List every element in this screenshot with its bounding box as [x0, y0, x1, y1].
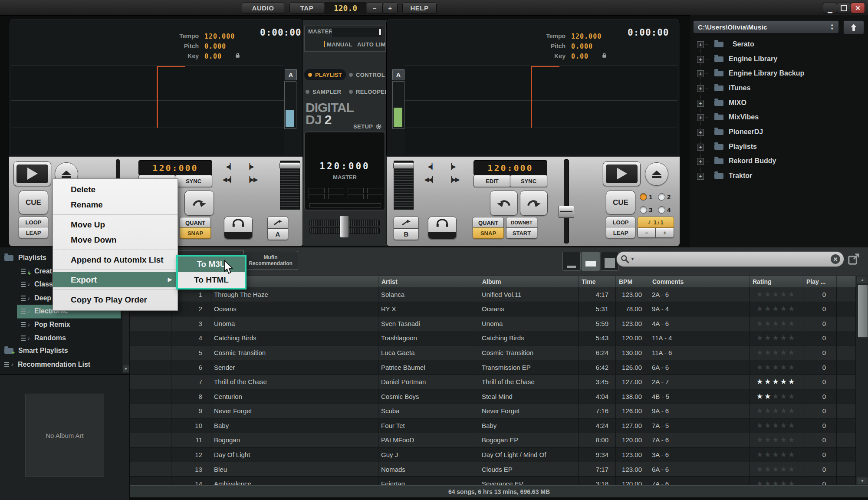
quant-button[interactable]: QUANT	[473, 217, 504, 228]
detach-browser-button[interactable]	[847, 253, 860, 266]
rating-stars[interactable]: ★★★★★	[756, 465, 796, 474]
menu-item-append-to-automix-list[interactable]: Append to Automix List	[53, 252, 178, 267]
folder-item-engine-library-backup[interactable]: Engine Library Backup	[714, 67, 804, 79]
cue-button[interactable]: CUE	[19, 191, 48, 214]
rating-stars[interactable]: ★★★★★	[756, 363, 796, 372]
hotcue-radio-2[interactable]: 2	[658, 193, 671, 201]
tab-playlist[interactable]: PLAYLIST	[304, 69, 346, 80]
seek-fwd-icon[interactable]: ▕▶▶	[246, 176, 257, 183]
tempo-minus-button[interactable]: −	[367, 2, 383, 14]
table-row[interactable]: 4Catching BirdsTrashlagoonCatching Birds…	[130, 331, 856, 346]
folder-item-playlists[interactable]: Playlists	[714, 141, 757, 153]
hotcue-radio-3[interactable]: 3	[640, 206, 652, 214]
volume-fader-right[interactable]	[394, 161, 414, 210]
table-row[interactable]: 6SenderPatrice BäumelTransmission EP6:42…	[130, 360, 856, 375]
table-row[interactable]: 11BogoganPALMFooDBogogan EP8:00120.007A …	[130, 433, 856, 448]
start-button[interactable]: START	[506, 227, 537, 239]
audio-button[interactable]: AUDIO	[242, 2, 284, 14]
folder-item-engine-library[interactable]: Engine Library	[714, 53, 777, 65]
table-scrollbar[interactable]: ▲ ▼	[856, 276, 868, 485]
loop-out-button[interactable]	[184, 191, 214, 216]
column-header-album[interactable]: Album	[479, 276, 579, 288]
seek-back-icon[interactable]: ◀◀▏	[424, 176, 436, 183]
rating-stars[interactable]: ★★★★★	[756, 450, 796, 459]
auto-label[interactable]: AUTO	[357, 41, 374, 48]
table-row[interactable]: 7Thrill of the ChaseDaniel PortmanThrill…	[130, 375, 856, 389]
tab-relooper[interactable]: RELOOPER	[349, 86, 389, 97]
tab-mufin-recommendation[interactable]: Mufin Recommendation	[243, 251, 298, 270]
hotcue-radio-4[interactable]: 4	[658, 206, 671, 214]
table-row[interactable]: 12Day Of LightGuy JDay Of Light / Mind O…	[130, 447, 856, 462]
rating-stars[interactable]: ★★★★★	[756, 348, 796, 357]
maximize-button[interactable]	[837, 3, 851, 13]
cue-button[interactable]: CUE	[606, 191, 635, 214]
hotcue-radio-1[interactable]: 1	[640, 193, 652, 201]
loop-in-button[interactable]	[490, 191, 518, 216]
sync-button[interactable]: SYNC	[510, 175, 547, 187]
row-density-large-button[interactable]	[601, 252, 619, 271]
column-header-artist[interactable]: Artist	[378, 276, 479, 288]
sidebar-item-randoms[interactable]: ♪Randoms	[0, 332, 142, 345]
table-row[interactable]: 1Through The HazeSolancaUnified Vol.114:…	[130, 287, 856, 302]
rating-stars[interactable]: ★★★★★	[756, 333, 796, 342]
snap-button[interactable]: SNAP	[473, 227, 504, 239]
manual-label[interactable]: MANUAL	[327, 41, 352, 48]
loop-button[interactable]: LOOP	[606, 217, 635, 228]
submenu-item-to-html[interactable]: To HTML	[178, 272, 245, 288]
nudge-fwd-icon[interactable]: ▕▶	[246, 163, 253, 170]
rating-stars[interactable]: ★★★★★	[756, 435, 796, 444]
table-scrollbar-thumb[interactable]	[858, 285, 868, 338]
table-row[interactable]: 5Cosmic TransitionLuca GaetaCosmic Trans…	[130, 345, 856, 360]
sidebar-item-smart-playlists[interactable]: +Smart Playlists	[0, 344, 126, 357]
setup-button[interactable]: SETUP	[353, 123, 382, 130]
loop-button[interactable]: LOOP	[19, 217, 48, 228]
expand-icon[interactable]: +	[697, 100, 704, 107]
deck-b-assign[interactable]: B	[394, 217, 418, 238]
search-clear-button[interactable]: ✕	[831, 254, 840, 264]
leap-button[interactable]: LEAP	[19, 227, 48, 238]
row-density-medium-button[interactable]	[582, 252, 600, 271]
folder-item-itunes[interactable]: iTunes	[714, 82, 750, 94]
key-lock-icon[interactable]	[602, 53, 607, 58]
expand-icon[interactable]: +	[697, 70, 704, 77]
sidebar-item-recommendation-list[interactable]: ♪Recommendation List	[0, 358, 126, 371]
rating-stars[interactable]: ★★★★★	[756, 304, 796, 313]
table-row[interactable]: 3UnomaSven TasnadiUnoma5:59123.004A - 6★…	[130, 316, 856, 331]
submenu-item-to-m3u[interactable]: To M3U	[178, 257, 245, 272]
pitch-fader-right-handle[interactable]	[559, 206, 574, 218]
expand-icon[interactable]: +	[697, 114, 704, 121]
deck-left-waveform[interactable]	[11, 66, 284, 154]
menu-item-move-down[interactable]: Move Down	[53, 232, 178, 247]
menu-item-delete[interactable]: Delete	[53, 182, 178, 197]
menu-item-copy-to-play-order[interactable]: Copy To Play Order	[53, 292, 178, 307]
help-button[interactable]: HELP	[402, 2, 437, 14]
snap-button[interactable]: SNAP	[180, 227, 211, 239]
tap-button[interactable]: TAP	[289, 2, 324, 14]
search-icon[interactable]	[620, 254, 630, 264]
folder-item-mixo[interactable]: MIXO	[714, 97, 746, 109]
tab-control[interactable]: CONTROL	[349, 69, 385, 80]
table-row[interactable]: 13BleuNomadsClouds EP7:17123.006A - 6★★★…	[130, 462, 856, 477]
column-header-rating[interactable]: Rating	[750, 276, 803, 288]
expand-icon[interactable]: +	[697, 41, 704, 48]
key-lock-icon[interactable]	[235, 53, 240, 58]
loop-plus-button[interactable]: +	[656, 228, 674, 238]
menu-item-rename[interactable]: Rename	[53, 197, 178, 212]
deck-a-assign[interactable]: A	[267, 217, 287, 238]
folder-item-traktor[interactable]: Traktor	[714, 170, 752, 182]
table-row[interactable]: 10BabyFour TetBaby4:24127.007A - 5★★★★★0	[130, 418, 856, 433]
table-scroll-down-icon[interactable]: ▼	[857, 477, 868, 484]
volume-fader-left[interactable]	[280, 161, 300, 210]
column-header-play[interactable]: Play ...	[803, 276, 837, 288]
column-header-comments[interactable]: Comments	[649, 276, 750, 288]
menu-item-move-up[interactable]: Move Up	[53, 217, 178, 232]
rating-stars[interactable]: ★★★★★	[756, 406, 796, 415]
folder-item-mixvibes[interactable]: MixVibes	[714, 111, 759, 123]
leap-button[interactable]: LEAP	[606, 227, 635, 238]
play-button[interactable]	[603, 161, 641, 186]
table-scroll-up-icon[interactable]: ▲	[857, 276, 868, 283]
headphone-cue-button[interactable]	[224, 217, 253, 239]
folder-item-pioneerdj[interactable]: PioneerDJ	[714, 126, 763, 138]
downbeat-button[interactable]: DOWNBT	[506, 217, 537, 228]
headphone-cue-button[interactable]	[428, 217, 457, 239]
